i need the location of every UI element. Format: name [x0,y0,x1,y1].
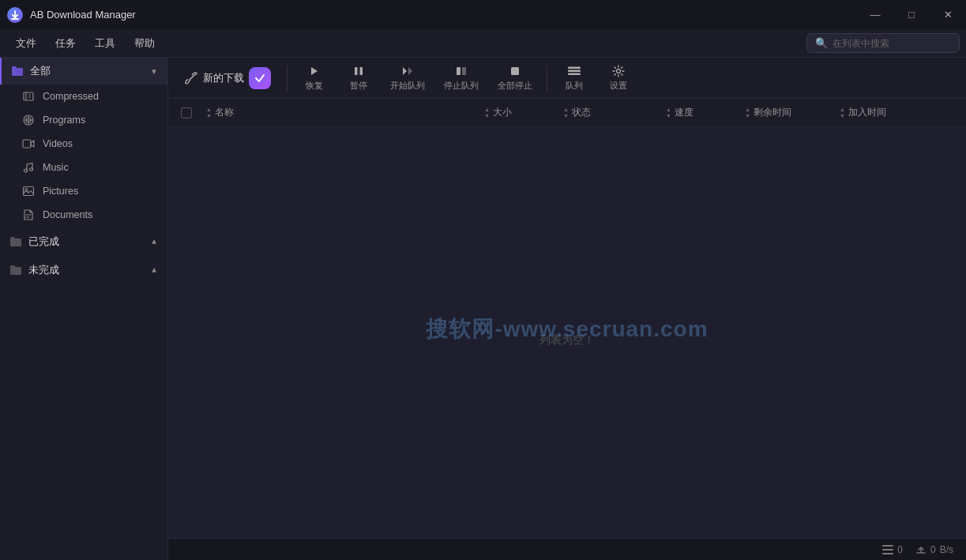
svg-rect-4 [23,140,31,148]
sidebar-item-documents[interactable]: Documents [0,203,167,227]
sidebar-completed-label: 已完成 [28,235,59,249]
titlebar-left: AB Download Manager [6,6,136,24]
titlebar: AB Download Manager — □ ✕ [0,0,966,29]
header-checkbox[interactable] [181,107,192,118]
sidebar-section-completed: 已完成 ▼ [0,228,167,255]
start-queue-button[interactable]: 开始队列 [382,61,433,95]
sidebar-all-header[interactable]: 全部 ▼ [0,58,167,85]
svg-rect-1 [24,92,33,100]
stop-all-icon [508,64,522,78]
sidebar-incomplete-chevron: ▼ [150,266,158,275]
upload-count-value: 0 [930,544,936,555]
menu-item-tools[interactable]: 工具 [85,33,125,54]
start-queue-icon [400,64,415,78]
sidebar: 全部 ▼ Compressed Programs [0,58,168,560]
settings-label: 设置 [610,80,627,92]
search-wrapper: 🔍 [806,33,960,53]
sidebar-completed-chevron: ▼ [150,238,158,246]
queue-button[interactable]: 队列 [554,61,595,95]
speed-unit-value: B/s [940,544,953,555]
name-sort-icon: ▲▼ [206,107,212,118]
search-icon: 🔍 [815,37,828,49]
archive-icon [22,90,35,103]
sidebar-all-chevron: ▼ [150,67,158,76]
sidebar-item-music[interactable]: Music [0,156,167,179]
speed-sort-icon: ▲▼ [666,107,671,118]
menu-item-file[interactable]: 文件 [6,33,46,54]
new-download-purple-icon [249,67,271,89]
resume-icon [307,64,321,78]
toolbar-sep-2 [547,66,547,91]
sidebar-completed-header[interactable]: 已完成 ▼ [0,228,167,255]
col-status-header[interactable]: ▲▼ 状态 [557,106,660,119]
app-title: AB Download Manager [30,9,136,21]
sidebar-section-incomplete: 未完成 ▼ [0,257,167,284]
programs-icon [22,114,35,126]
remain-sort-icon: ▲▼ [745,107,750,118]
col-added-header[interactable]: ▲▼ 加入时间 [833,106,960,119]
stop-queue-label: 停止队列 [444,80,479,92]
settings-button[interactable]: 设置 [598,61,639,95]
resume-button[interactable]: 恢复 [294,61,335,95]
svg-point-17 [617,70,621,73]
empty-text: 列表为空！ [539,333,595,348]
pause-icon [351,64,366,78]
col-remain-header[interactable]: ▲▼ 剩余时间 [739,106,833,119]
sidebar-item-videos[interactable]: Videos [0,132,167,156]
maximize-button[interactable]: □ [893,0,930,29]
new-download-button[interactable]: 新的下载 [175,62,280,94]
stop-queue-icon [454,64,468,78]
toolbar: 新的下载 恢复 [168,58,966,99]
queue-icon [567,64,581,78]
svg-point-6 [30,168,33,171]
sidebar-completed-left: 已完成 [9,235,59,249]
menubar: 文件 任务 工具 帮助 🔍 [0,29,966,58]
col-name-header[interactable]: ▲▼ 名称 [200,106,478,119]
app-logo-icon [6,6,24,24]
menu-item-task[interactable]: 任务 [46,33,85,54]
start-queue-label: 开始队列 [390,80,425,92]
settings-icon [611,64,626,78]
menu-item-help[interactable]: 帮助 [125,33,164,54]
sidebar-item-pictures[interactable]: Pictures [0,179,167,203]
svg-rect-18 [882,545,893,547]
svg-point-5 [24,169,28,172]
svg-rect-7 [24,187,34,196]
minimize-button[interactable]: — [857,0,893,29]
sidebar-item-programs[interactable]: Programs [0,108,167,132]
toolbar-sep-1 [287,66,288,91]
folder-icon [11,65,24,77]
table-body: 搜软网-www.secruan.com 列表为空！ [168,127,966,538]
status-sort-icon: ▲▼ [563,107,569,118]
svg-rect-19 [882,549,893,551]
pause-button[interactable]: 暂停 [338,61,379,95]
sidebar-section-all: 全部 ▼ Compressed Programs [0,58,167,227]
new-download-label: 新的下载 [203,71,244,85]
search-input[interactable] [833,38,951,49]
sidebar-item-compressed[interactable]: Compressed [0,85,167,108]
queue-label: 队列 [566,80,583,92]
sidebar-all-label: 全部 [30,64,51,78]
svg-rect-14 [568,67,581,70]
stop-all-button[interactable]: 全部停止 [490,61,540,95]
stop-queue-button[interactable]: 停止队列 [436,61,487,95]
sidebar-all-header-left: 全部 [11,64,51,78]
link-icon [184,71,198,85]
pause-label: 暂停 [350,80,367,92]
svg-rect-20 [882,553,893,554]
col-size-header[interactable]: ▲▼ 大小 [478,106,557,119]
main-layout: 全部 ▼ Compressed Programs [0,58,966,560]
close-button[interactable]: ✕ [930,0,966,29]
svg-rect-9 [355,67,358,75]
upload-icon [915,544,927,555]
size-sort-icon: ▲▼ [484,107,490,118]
status-upload-count: 0 B/s [915,544,953,555]
list-icon [882,545,893,554]
sidebar-incomplete-header[interactable]: 未完成 ▼ [0,257,167,284]
col-check[interactable] [175,107,200,118]
folder-completed-icon [9,235,22,248]
col-speed-header[interactable]: ▲▼ 速度 [660,106,739,119]
table-header: ▲▼ 名称 ▲▼ 大小 ▲▼ 状态 [168,99,966,127]
svg-rect-13 [511,67,519,75]
svg-rect-12 [462,67,466,75]
